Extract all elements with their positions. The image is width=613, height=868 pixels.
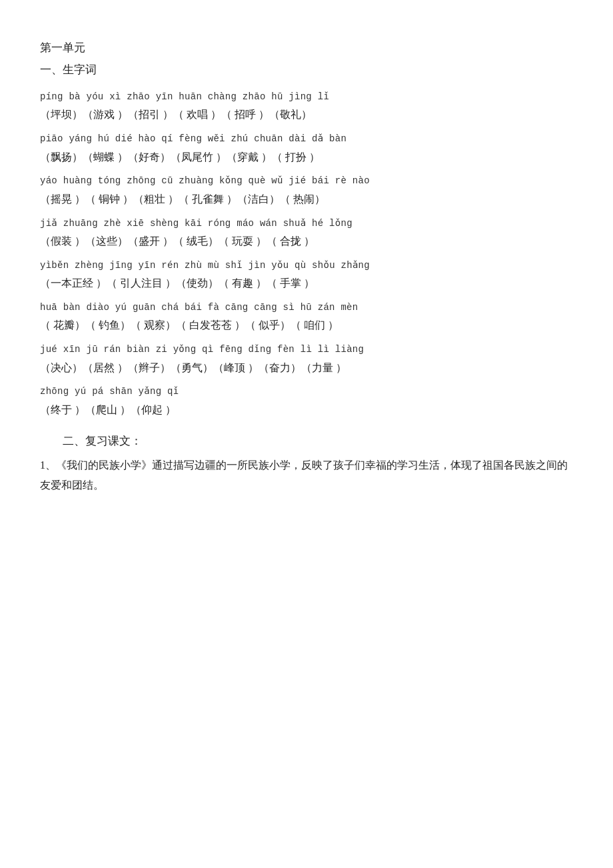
pinyin-3: jiǎ zhuāng zhè xiē shèng kāi róng máo wá… [40, 216, 573, 231]
pinyin-6: jué xīn jū rán biàn zi yǒng qì fēng dǐng… [40, 342, 573, 357]
vocab-row-0: píng bà yóu xì zhāo yīn huān chàng zhāo … [40, 89, 573, 125]
chars-1: （飘扬）（蝴蝶 ）（好奇）（凤尾竹 ）（穿戴 ）（ 打扮 ） [40, 148, 573, 167]
chars-6: （决心）（居然 ）（辫子）（勇气）（峰顶 ）（奋力）（力量 ） [40, 359, 573, 378]
pinyin-5: huā bàn diào yú guān chá bái fà cāng cān… [40, 300, 573, 315]
vocab-row-5: huā bàn diào yú guān chá bái fà cāng cān… [40, 300, 573, 335]
vocab-row-6: jué xīn jū rán biàn zi yǒng qì fēng dǐng… [40, 342, 573, 377]
vocab-row-1: piāo yáng hú dié hào qí fèng wěi zhú chu… [40, 131, 573, 167]
paragraph-0: 1、《我们的民族小学》通过描写边疆的一所民族小学，反映了孩子们幸福的学习生活，体… [40, 455, 573, 496]
vocab-row-3: jiǎ zhuāng zhè xiē shèng kāi róng máo wá… [40, 216, 573, 251]
unit-title: 第一单元 [40, 40, 573, 55]
vocab-row-2: yáo huàng tóng zhōng cū zhuàng kǒng què … [40, 173, 573, 209]
pinyin-7: zhōng yú pá shān yǎng qǐ [40, 384, 573, 399]
chars-7: （终于 ）（爬山 ）（仰起 ） [40, 401, 573, 420]
section1-title: 一、生字词 [40, 62, 573, 77]
chars-2: （摇晃 ）（ 铜钟 ）（粗壮 ）（ 孔雀舞 ）（洁白）（ 热闹） [40, 190, 573, 209]
chars-3: （假装 ）（这些）（盛开 ）（ 绒毛）（ 玩耍 ）（ 合拢 ） [40, 232, 573, 251]
pinyin-1: piāo yáng hú dié hào qí fèng wěi zhú chu… [40, 131, 573, 146]
pinyin-0: píng bà yóu xì zhāo yīn huān chàng zhāo … [40, 89, 573, 104]
vocab-row-4: yìběn zhèng jīng yīn rén zhù mù shǐ jìn … [40, 258, 573, 293]
vocab-row-7: zhōng yú pá shān yǎng qǐ （终于 ）（爬山 ）（仰起 ） [40, 384, 573, 419]
chars-0: （坪坝）（游戏 ）（招引 ）（ 欢唱 ）（ 招呼 ）（敬礼） [40, 105, 573, 125]
section2-title: 二、复习课文： [40, 433, 573, 449]
chars-5: （ 花瓣）（ 钓鱼）（ 观察）（ 白发苍苍 ）（ 似乎）（ 咱们 ） [40, 316, 573, 335]
chars-4: （一本正经 ）（ 引人注目 ）（使劲）（ 有趣 ）（ 手掌 ） [40, 274, 573, 293]
pinyin-4: yìběn zhèng jīng yīn rén zhù mù shǐ jìn … [40, 258, 573, 273]
pinyin-2: yáo huàng tóng zhōng cū zhuàng kǒng què … [40, 173, 573, 188]
